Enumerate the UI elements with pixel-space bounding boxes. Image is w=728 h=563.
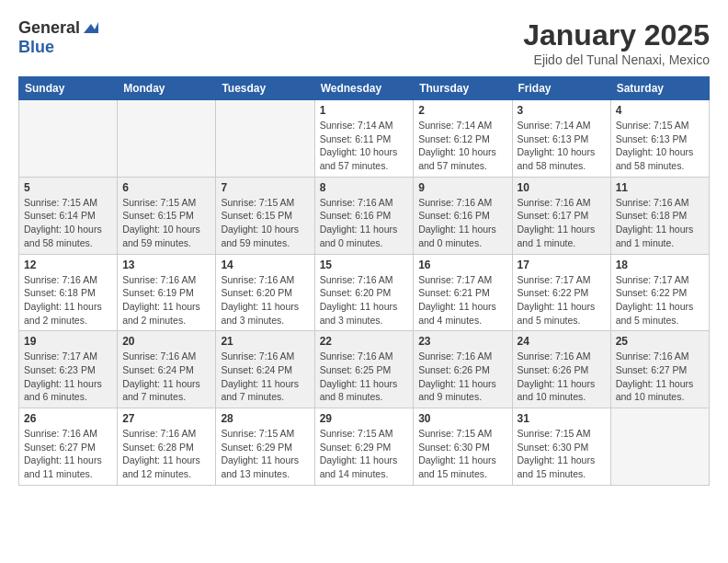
day-cell: 9Sunrise: 7:16 AM Sunset: 6:16 PM Daylig… bbox=[414, 177, 512, 254]
day-cell: 30Sunrise: 7:15 AM Sunset: 6:30 PM Dayli… bbox=[414, 408, 512, 486]
day-cell: 13Sunrise: 7:16 AM Sunset: 6:19 PM Dayli… bbox=[118, 254, 216, 331]
day-number: 21 bbox=[221, 335, 309, 348]
day-number: 27 bbox=[122, 412, 210, 425]
day-number: 12 bbox=[24, 259, 112, 271]
day-number: 24 bbox=[518, 335, 606, 348]
day-info: Sunrise: 7:15 AM Sunset: 6:29 PM Dayligh… bbox=[221, 427, 309, 481]
day-info: Sunrise: 7:15 AM Sunset: 6:30 PM Dayligh… bbox=[418, 427, 506, 481]
day-info: Sunrise: 7:16 AM Sunset: 6:25 PM Dayligh… bbox=[320, 350, 409, 404]
logo-bird-icon bbox=[82, 20, 98, 37]
day-number: 7 bbox=[221, 181, 309, 194]
day-cell: 23Sunrise: 7:16 AM Sunset: 6:26 PM Dayli… bbox=[414, 331, 512, 408]
title-block: January 2025 Ejido del Tunal Nenaxi, Mex… bbox=[523, 18, 710, 67]
day-cell: 12Sunrise: 7:16 AM Sunset: 6:18 PM Dayli… bbox=[19, 254, 118, 331]
day-info: Sunrise: 7:14 AM Sunset: 6:12 PM Dayligh… bbox=[418, 119, 506, 173]
day-number: 2 bbox=[418, 104, 506, 117]
logo-general-text: General bbox=[18, 18, 80, 38]
day-cell bbox=[118, 100, 216, 178]
day-cell: 4Sunrise: 7:15 AM Sunset: 6:13 PM Daylig… bbox=[610, 100, 709, 178]
week-row-1: 1Sunrise: 7:14 AM Sunset: 6:11 PM Daylig… bbox=[19, 100, 710, 178]
day-cell: 2Sunrise: 7:14 AM Sunset: 6:12 PM Daylig… bbox=[414, 100, 512, 178]
svg-marker-0 bbox=[84, 22, 98, 33]
day-cell: 1Sunrise: 7:14 AM Sunset: 6:11 PM Daylig… bbox=[314, 100, 414, 178]
day-info: Sunrise: 7:17 AM Sunset: 6:22 PM Dayligh… bbox=[616, 273, 704, 327]
weekday-header-friday: Friday bbox=[512, 77, 610, 100]
day-cell: 31Sunrise: 7:15 AM Sunset: 6:30 PM Dayli… bbox=[512, 408, 610, 486]
location-text: Ejido del Tunal Nenaxi, Mexico bbox=[523, 52, 710, 67]
day-cell: 5Sunrise: 7:15 AM Sunset: 6:14 PM Daylig… bbox=[19, 177, 118, 254]
day-cell: 19Sunrise: 7:17 AM Sunset: 6:23 PM Dayli… bbox=[19, 331, 118, 408]
day-info: Sunrise: 7:16 AM Sunset: 6:19 PM Dayligh… bbox=[122, 273, 210, 327]
day-info: Sunrise: 7:16 AM Sunset: 6:18 PM Dayligh… bbox=[616, 196, 704, 250]
logo: General Blue bbox=[18, 18, 98, 57]
weekday-header-saturday: Saturday bbox=[610, 77, 709, 100]
day-cell: 26Sunrise: 7:16 AM Sunset: 6:27 PM Dayli… bbox=[19, 408, 118, 486]
day-cell: 3Sunrise: 7:14 AM Sunset: 6:13 PM Daylig… bbox=[512, 100, 610, 178]
weekday-header-tuesday: Tuesday bbox=[216, 77, 314, 100]
day-cell: 22Sunrise: 7:16 AM Sunset: 6:25 PM Dayli… bbox=[314, 331, 414, 408]
day-number: 30 bbox=[418, 412, 506, 425]
day-info: Sunrise: 7:15 AM Sunset: 6:13 PM Dayligh… bbox=[616, 119, 704, 173]
day-cell: 29Sunrise: 7:15 AM Sunset: 6:29 PM Dayli… bbox=[314, 408, 414, 486]
day-number: 18 bbox=[616, 259, 704, 271]
day-cell: 24Sunrise: 7:16 AM Sunset: 6:26 PM Dayli… bbox=[512, 331, 610, 408]
weekday-header-sunday: Sunday bbox=[19, 77, 118, 100]
week-row-4: 19Sunrise: 7:17 AM Sunset: 6:23 PM Dayli… bbox=[19, 331, 710, 408]
week-row-2: 5Sunrise: 7:15 AM Sunset: 6:14 PM Daylig… bbox=[19, 177, 710, 254]
day-number: 5 bbox=[24, 181, 112, 194]
day-cell: 28Sunrise: 7:15 AM Sunset: 6:29 PM Dayli… bbox=[216, 408, 314, 486]
day-cell: 20Sunrise: 7:16 AM Sunset: 6:24 PM Dayli… bbox=[118, 331, 216, 408]
day-number: 3 bbox=[518, 104, 606, 117]
day-info: Sunrise: 7:16 AM Sunset: 6:26 PM Dayligh… bbox=[518, 350, 606, 404]
day-info: Sunrise: 7:15 AM Sunset: 6:14 PM Dayligh… bbox=[24, 196, 112, 250]
day-info: Sunrise: 7:16 AM Sunset: 6:26 PM Dayligh… bbox=[418, 350, 506, 404]
day-cell: 11Sunrise: 7:16 AM Sunset: 6:18 PM Dayli… bbox=[610, 177, 709, 254]
day-info: Sunrise: 7:15 AM Sunset: 6:15 PM Dayligh… bbox=[122, 196, 210, 250]
day-cell: 18Sunrise: 7:17 AM Sunset: 6:22 PM Dayli… bbox=[610, 254, 709, 331]
day-cell: 16Sunrise: 7:17 AM Sunset: 6:21 PM Dayli… bbox=[414, 254, 512, 331]
day-info: Sunrise: 7:16 AM Sunset: 6:24 PM Dayligh… bbox=[122, 350, 210, 404]
day-number: 1 bbox=[320, 104, 409, 117]
weekday-header-wednesday: Wednesday bbox=[314, 77, 414, 100]
day-cell: 25Sunrise: 7:16 AM Sunset: 6:27 PM Dayli… bbox=[610, 331, 709, 408]
day-number: 22 bbox=[320, 335, 409, 348]
day-info: Sunrise: 7:16 AM Sunset: 6:27 PM Dayligh… bbox=[24, 427, 112, 481]
day-number: 31 bbox=[518, 412, 606, 425]
day-cell: 8Sunrise: 7:16 AM Sunset: 6:16 PM Daylig… bbox=[314, 177, 414, 254]
day-number: 11 bbox=[616, 181, 704, 194]
day-info: Sunrise: 7:16 AM Sunset: 6:20 PM Dayligh… bbox=[320, 273, 409, 327]
day-number: 26 bbox=[24, 412, 112, 425]
weekday-header-thursday: Thursday bbox=[414, 77, 512, 100]
day-number: 16 bbox=[418, 259, 506, 271]
day-number: 23 bbox=[418, 335, 506, 348]
day-info: Sunrise: 7:14 AM Sunset: 6:13 PM Dayligh… bbox=[518, 119, 606, 173]
day-cell: 6Sunrise: 7:15 AM Sunset: 6:15 PM Daylig… bbox=[118, 177, 216, 254]
day-number: 4 bbox=[616, 104, 704, 117]
day-number: 20 bbox=[122, 335, 210, 348]
day-info: Sunrise: 7:16 AM Sunset: 6:16 PM Dayligh… bbox=[418, 196, 506, 250]
day-cell bbox=[216, 100, 314, 178]
day-info: Sunrise: 7:16 AM Sunset: 6:28 PM Dayligh… bbox=[122, 427, 210, 481]
day-info: Sunrise: 7:16 AM Sunset: 6:20 PM Dayligh… bbox=[221, 273, 309, 327]
day-cell: 10Sunrise: 7:16 AM Sunset: 6:17 PM Dayli… bbox=[512, 177, 610, 254]
weekday-header-row: SundayMondayTuesdayWednesdayThursdayFrid… bbox=[19, 77, 710, 100]
day-number: 19 bbox=[24, 335, 112, 348]
day-number: 28 bbox=[221, 412, 309, 425]
calendar-table: SundayMondayTuesdayWednesdayThursdayFrid… bbox=[18, 76, 710, 486]
day-cell: 27Sunrise: 7:16 AM Sunset: 6:28 PM Dayli… bbox=[118, 408, 216, 486]
day-info: Sunrise: 7:15 AM Sunset: 6:29 PM Dayligh… bbox=[320, 427, 409, 481]
day-cell: 15Sunrise: 7:16 AM Sunset: 6:20 PM Dayli… bbox=[314, 254, 414, 331]
day-number: 9 bbox=[418, 181, 506, 194]
day-number: 17 bbox=[518, 259, 606, 271]
month-title: January 2025 bbox=[523, 18, 710, 52]
weekday-header-monday: Monday bbox=[118, 77, 216, 100]
day-info: Sunrise: 7:16 AM Sunset: 6:16 PM Dayligh… bbox=[320, 196, 409, 250]
week-row-3: 12Sunrise: 7:16 AM Sunset: 6:18 PM Dayli… bbox=[19, 254, 710, 331]
day-info: Sunrise: 7:16 AM Sunset: 6:17 PM Dayligh… bbox=[518, 196, 606, 250]
day-cell: 7Sunrise: 7:15 AM Sunset: 6:15 PM Daylig… bbox=[216, 177, 314, 254]
day-number: 29 bbox=[320, 412, 409, 425]
day-number: 25 bbox=[616, 335, 704, 348]
logo-blue-text: Blue bbox=[18, 38, 54, 56]
day-info: Sunrise: 7:15 AM Sunset: 6:15 PM Dayligh… bbox=[221, 196, 309, 250]
day-info: Sunrise: 7:17 AM Sunset: 6:21 PM Dayligh… bbox=[418, 273, 506, 327]
